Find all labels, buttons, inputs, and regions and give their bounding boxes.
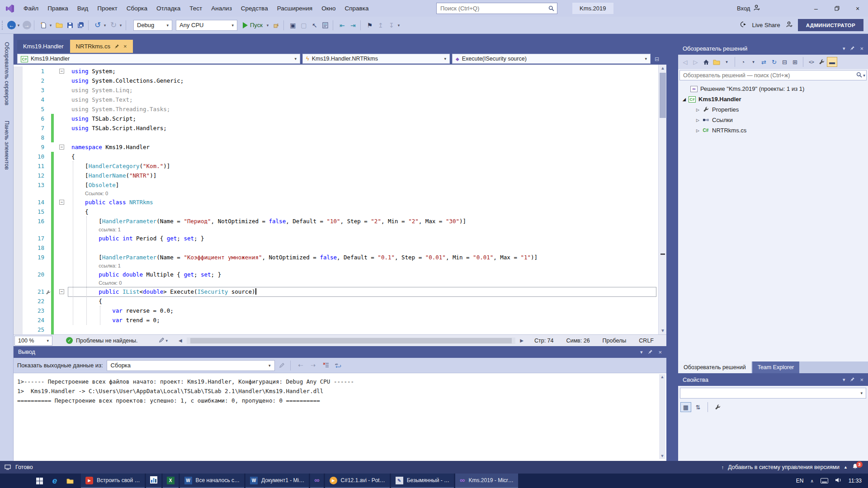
editor-vertical-scrollbar[interactable]: ▲ ▼ (658, 65, 666, 334)
collapsed-arrow-icon[interactable]: ▷ (694, 108, 701, 112)
file-explorer-icon[interactable] (63, 474, 77, 488)
chevron-down-icon[interactable]: ▾ (640, 349, 643, 355)
collapsed-arrow-icon[interactable]: ▷ (694, 118, 701, 122)
collapse-region-icon[interactable] (59, 145, 64, 150)
home-icon[interactable] (701, 57, 711, 67)
code-line[interactable]: 25 (14, 325, 657, 334)
folding-margin[interactable] (54, 123, 69, 133)
code-line[interactable]: 13 [Obsolete] (14, 180, 657, 190)
platform-dropdown[interactable]: Any CPU▾ (176, 20, 237, 31)
collapse-region-icon[interactable] (59, 69, 64, 74)
alphabetical-icon[interactable]: ⇅ (693, 402, 703, 412)
folding-margin[interactable] (54, 114, 69, 123)
folding-margin[interactable] (54, 262, 69, 270)
code-editor[interactable]: 1using System;2using System.Collections.… (14, 65, 666, 334)
feedback-person-icon[interactable] (786, 21, 793, 29)
tree-item[interactable]: ▷Properties (678, 104, 868, 115)
minimize-button[interactable]: – (806, 0, 826, 17)
breakpoint-margin[interactable] (14, 262, 23, 270)
scroll-up-icon[interactable]: ▲ (659, 65, 666, 72)
menu-item-средства[interactable]: Средства (236, 5, 273, 12)
start-debugging-button[interactable]: Пуск ▾ (243, 20, 270, 30)
close-button[interactable]: × (847, 0, 868, 17)
code-line[interactable]: 1using System; (14, 66, 657, 76)
tree-item[interactable]: ◢C#Kms19.Handler (678, 94, 868, 104)
new-project-dropdown-icon[interactable]: ▾ (48, 20, 53, 30)
configuration-dropdown[interactable]: Debug▾ (133, 20, 172, 31)
spaces-indicator[interactable]: Пробелы (603, 338, 627, 344)
type-dropdown[interactable]: ϟ Kms19.Handler.NRTRkms ▾ (302, 54, 450, 64)
code-line[interactable]: 15 { (14, 207, 657, 216)
live-share-label[interactable]: Live Share (752, 22, 780, 28)
breakpoint-margin[interactable] (14, 76, 23, 85)
code-line[interactable]: 20 public double Multiple { get; set; } (14, 270, 657, 279)
breakpoint-margin[interactable] (14, 315, 23, 325)
open-file-icon[interactable] (55, 20, 64, 30)
pin-icon[interactable] (850, 46, 855, 52)
restore-button[interactable] (826, 0, 847, 17)
redo-icon[interactable]: ↻ (109, 20, 118, 30)
breakpoint-margin[interactable] (14, 95, 23, 104)
folding-margin[interactable] (54, 76, 69, 85)
menu-item-отладка[interactable]: Отладка (152, 5, 185, 12)
filter-dropdown-icon[interactable]: ▾ (748, 57, 759, 67)
navigate-back-dropdown-icon[interactable]: ▾ (16, 20, 21, 30)
codelens-references[interactable]: ссылка: 1 (99, 263, 121, 269)
breakpoint-margin[interactable] (14, 270, 23, 279)
code-line[interactable]: 7using TSLab.Script.Handlers; (14, 123, 657, 133)
forward-icon[interactable]: ▷ (690, 57, 701, 67)
tree-item[interactable]: ∞Решение "Kms.2019" (проекты: 1 из 1) (678, 84, 868, 94)
output-vertical-scrollbar[interactable]: ▲ ▼ (659, 374, 665, 459)
breakpoint-margin[interactable] (14, 234, 23, 243)
breakpoint-margin[interactable] (14, 104, 23, 114)
breakpoint-margin[interactable] (14, 161, 23, 171)
folding-margin[interactable] (54, 234, 69, 243)
code-line[interactable]: 21 public IList<double> Execute(ISecurit… (14, 287, 657, 296)
code-line[interactable]: 24 var trend = 0; (14, 315, 657, 325)
pending-changes-filter-icon[interactable]: ◔ (738, 57, 748, 67)
previous-bookmark-icon[interactable]: ↥ (376, 20, 385, 30)
code-line[interactable]: 8 (14, 133, 657, 142)
tree-item[interactable]: ▷C#NRTRkms.cs (678, 125, 868, 136)
taskbar-app-button[interactable]: ✎Безымянный - … (391, 474, 454, 488)
start-button[interactable] (33, 474, 46, 488)
taskbar-app-button[interactable]: ∞ (310, 474, 323, 488)
menu-item-правка[interactable]: Правка (43, 5, 73, 12)
categorized-icon[interactable]: ▦ (680, 402, 691, 412)
breakpoint-margin[interactable] (14, 253, 23, 262)
properties-title-bar[interactable]: Свойства ▾ × (678, 373, 868, 386)
folding-margin[interactable] (54, 325, 69, 334)
folding-margin[interactable] (54, 152, 69, 161)
code-line[interactable]: 12 [HandlerName("NRTR")] (14, 171, 657, 180)
view-code-icon[interactable]: <> (806, 57, 816, 67)
output-log[interactable]: 1>------ Перестроение всех файлов начато… (14, 373, 666, 461)
toolbar-grip[interactable] (2, 21, 5, 30)
folding-margin[interactable] (54, 197, 69, 207)
dashed-box-icon[interactable]: ▢ (299, 20, 308, 30)
breakpoint-margin[interactable] (14, 114, 23, 123)
chevron-down-icon[interactable]: ▾ (863, 73, 865, 78)
account-button[interactable]: АДМИНИСТРАТОР (798, 19, 863, 31)
code-line[interactable]: 19 [HandlerParameter(Name = "Коэффициент… (14, 253, 657, 262)
folding-margin[interactable] (54, 171, 69, 180)
split-window-icon[interactable]: ⊟ (653, 54, 661, 65)
chevron-down-icon[interactable]: ▾ (843, 46, 845, 52)
tray-overflow-icon[interactable]: ∧ (811, 479, 814, 483)
scroll-down-icon[interactable]: ▼ (659, 327, 666, 334)
folding-margin[interactable] (54, 133, 69, 142)
scroll-down-icon[interactable]: ▼ (659, 453, 665, 459)
code-line[interactable]: 2using System.Collections.Generic; (14, 76, 657, 85)
problems-label[interactable]: Проблемы не найдены. (76, 338, 138, 344)
menu-item-анализ[interactable]: Анализ (207, 5, 236, 12)
menu-item-расширения[interactable]: Расширения (273, 5, 317, 12)
folding-margin[interactable] (54, 296, 69, 306)
toolbar-options-icon[interactable]: ▾ (396, 20, 401, 30)
properties-wrench-icon[interactable] (816, 57, 827, 67)
pin-icon[interactable] (648, 349, 653, 355)
taskbar-app-button[interactable]: ▶C#12.1.avi - Pot… (325, 474, 390, 488)
find-message-icon[interactable] (277, 360, 288, 371)
live-share-icon[interactable] (739, 21, 747, 29)
close-icon[interactable]: × (860, 376, 863, 383)
breakpoint-margin[interactable] (14, 306, 23, 315)
folding-margin[interactable] (54, 180, 69, 190)
